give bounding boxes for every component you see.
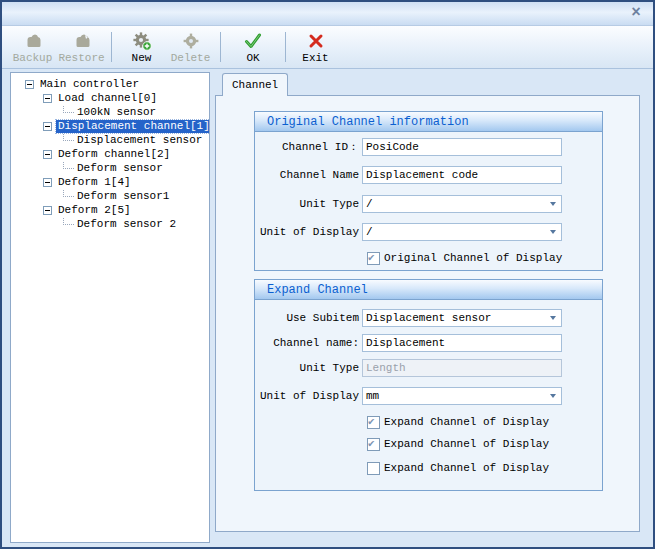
backup-label: Backup bbox=[13, 52, 53, 64]
tree-item-label: Deform sensor bbox=[75, 162, 165, 175]
expand-display-checkbox-label-1: Expand Channel of Display bbox=[384, 416, 549, 428]
expand-display-checkbox-row-3: Expand Channel of Display bbox=[367, 461, 549, 475]
unit-type-select[interactable]: / bbox=[362, 195, 562, 213]
unit-of-display-select[interactable]: / bbox=[362, 223, 562, 241]
use-subitem-select[interactable]: Displacement sensor bbox=[362, 309, 562, 327]
expand-unit-type-row: Unit Type bbox=[255, 359, 602, 377]
channel-name-label: Channel Name bbox=[255, 166, 359, 184]
channel-name-input[interactable] bbox=[362, 166, 562, 184]
tree-item-displacement-sensor[interactable]: Displacement sensor bbox=[11, 133, 209, 147]
unit-of-display-value: / bbox=[366, 226, 373, 238]
tree-item-main-controller[interactable]: Main controller bbox=[11, 77, 209, 91]
chevron-down-icon bbox=[550, 316, 556, 320]
collapse-icon[interactable] bbox=[43, 150, 52, 159]
tree-item-label: Deform sensor 2 bbox=[75, 218, 178, 231]
expand-display-checkbox-3[interactable] bbox=[367, 462, 380, 475]
x-icon bbox=[306, 31, 326, 51]
tab-channel[interactable]: Channel bbox=[222, 73, 288, 96]
chevron-down-icon bbox=[550, 202, 556, 206]
original-display-checkbox-row: Original Channel of Display bbox=[367, 251, 562, 265]
tree-item-deform-sensor1[interactable]: Deform sensor1 bbox=[11, 189, 209, 203]
unit-of-display-label: Unit of Display bbox=[255, 223, 359, 241]
collapse-icon[interactable] bbox=[43, 178, 52, 187]
original-display-checkbox[interactable] bbox=[367, 252, 380, 265]
tree-item-load-channel[interactable]: Load channel[0] bbox=[11, 91, 209, 105]
unit-type-row: Unit Type / bbox=[255, 195, 602, 213]
original-channel-group-title: Original Channel information bbox=[255, 112, 602, 132]
ok-label: OK bbox=[246, 52, 259, 64]
toolbar-separator bbox=[220, 32, 221, 62]
channel-name-row: Channel Name bbox=[255, 166, 602, 184]
expand-display-checkbox-label-2: Expand Channel of Display bbox=[384, 438, 549, 450]
original-display-checkbox-label: Original Channel of Display bbox=[384, 252, 562, 264]
delete-label: Delete bbox=[171, 52, 211, 64]
expand-unit-type-input bbox=[362, 359, 562, 377]
collapse-icon[interactable] bbox=[43, 122, 52, 131]
tree-connector bbox=[63, 218, 74, 225]
expand-unit-type-label: Unit Type bbox=[255, 359, 359, 377]
collapse-icon[interactable] bbox=[43, 94, 52, 103]
tree-item-deform-1[interactable]: Deform 1[4] bbox=[11, 175, 209, 189]
channel-id-label: Channel ID： bbox=[255, 138, 359, 156]
use-subitem-label: Use Subitem bbox=[255, 309, 359, 327]
tree-item-deform-sensor-2[interactable]: Deform sensor 2 bbox=[11, 217, 209, 231]
title-bar[interactable]: × bbox=[2, 2, 653, 26]
tree-item-label: Displacement sensor bbox=[75, 134, 204, 147]
backup-button[interactable]: Backup bbox=[8, 28, 57, 66]
ok-button[interactable]: OK bbox=[226, 28, 280, 66]
expand-display-checkbox-1[interactable] bbox=[367, 416, 380, 429]
expand-unit-of-display-select[interactable]: mm bbox=[362, 387, 562, 405]
tree-item-displacement-channel[interactable]: Displacement channel[1] bbox=[11, 119, 209, 133]
chevron-down-icon bbox=[550, 230, 556, 234]
tree-item-deform-sensor[interactable]: Deform sensor bbox=[11, 161, 209, 175]
tree-connector bbox=[63, 106, 74, 113]
new-button[interactable]: New bbox=[117, 28, 166, 66]
unit-of-display-row: Unit of Display / bbox=[255, 223, 602, 241]
expand-display-checkbox-row-1: Expand Channel of Display bbox=[367, 415, 549, 429]
expand-channel-name-row: Channel name: bbox=[255, 334, 602, 352]
tree-item-deform-2[interactable]: Deform 2[5] bbox=[11, 203, 209, 217]
tree-item-label: Deform channel[2] bbox=[56, 148, 172, 161]
tree-connector bbox=[63, 162, 74, 169]
tree-item-label: Load channel[0] bbox=[56, 92, 159, 105]
tree-item-label: Deform sensor1 bbox=[75, 190, 171, 203]
tree-connector bbox=[63, 134, 74, 141]
restore-icon bbox=[72, 31, 92, 51]
expand-unit-of-display-value: mm bbox=[366, 390, 379, 402]
expand-display-checkbox-2[interactable] bbox=[367, 438, 380, 451]
collapse-icon[interactable] bbox=[25, 80, 34, 89]
channel-id-input[interactable] bbox=[362, 138, 562, 156]
toolbar-separator bbox=[111, 32, 112, 62]
gear-icon bbox=[181, 31, 201, 51]
gear-plus-icon bbox=[132, 31, 152, 51]
exit-button[interactable]: Exit bbox=[291, 28, 340, 66]
tree-item-label: Main controller bbox=[38, 78, 141, 91]
channel-tree[interactable]: Main controller Load channel[0] 100kN se… bbox=[10, 72, 210, 543]
expand-channel-name-input[interactable] bbox=[362, 334, 562, 352]
tree-item-label: Deform 2[5] bbox=[56, 204, 133, 217]
tree-item-100kn-sensor[interactable]: 100kN sensor bbox=[11, 105, 209, 119]
tree-item-label: Displacement channel[1] bbox=[56, 120, 210, 133]
tree-item-deform-channel[interactable]: Deform channel[2] bbox=[11, 147, 209, 161]
use-subitem-row: Use Subitem Displacement sensor bbox=[255, 309, 602, 327]
toolbar-separator bbox=[285, 32, 286, 62]
collapse-icon[interactable] bbox=[43, 206, 52, 215]
delete-button[interactable]: Delete bbox=[166, 28, 215, 66]
original-channel-group: Original Channel information Channel ID：… bbox=[254, 111, 603, 271]
toolbar: Backup Restore bbox=[2, 26, 653, 69]
tree-item-label: Deform 1[4] bbox=[56, 176, 133, 189]
restore-button[interactable]: Restore bbox=[57, 28, 106, 66]
expand-display-checkbox-row-2: Expand Channel of Display bbox=[367, 437, 549, 451]
tree-item-label: 100kN sensor bbox=[75, 106, 158, 119]
use-subitem-value: Displacement sensor bbox=[366, 312, 491, 324]
new-label: New bbox=[132, 52, 152, 64]
expand-unit-of-display-row: Unit of Display mm bbox=[255, 387, 602, 405]
restore-label: Restore bbox=[58, 52, 104, 64]
channel-id-row: Channel ID： bbox=[255, 138, 602, 156]
check-icon bbox=[243, 31, 263, 51]
close-icon[interactable]: × bbox=[627, 4, 645, 22]
tree-connector bbox=[63, 190, 74, 197]
unit-type-label: Unit Type bbox=[255, 195, 359, 213]
exit-label: Exit bbox=[302, 52, 328, 64]
expand-channel-name-label: Channel name: bbox=[255, 334, 359, 352]
